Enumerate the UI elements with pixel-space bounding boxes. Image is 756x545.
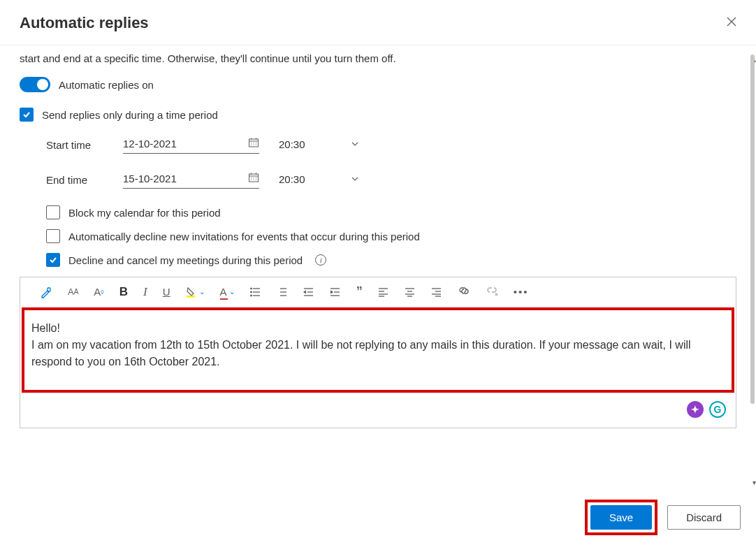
- block-calendar-checkbox[interactable]: [46, 205, 60, 219]
- message-body[interactable]: Hello! I am on my vacation from 12th to …: [22, 307, 734, 393]
- auto-decline-label: Automatically decline new invitations fo…: [68, 231, 420, 242]
- auto-replies-toggle[interactable]: [20, 77, 50, 92]
- start-time-value: 20:30: [279, 138, 305, 150]
- chevron-down-icon[interactable]: [351, 138, 359, 150]
- message-line-2: I am on my vacation from 12th to 15th Oc…: [31, 337, 725, 370]
- scrollbar[interactable]: [750, 54, 755, 404]
- info-icon[interactable]: i: [315, 254, 326, 266]
- grammarly-icon[interactable]: G: [709, 401, 726, 418]
- align-left-button[interactable]: [378, 287, 389, 297]
- bold-button[interactable]: B: [119, 285, 128, 299]
- calendar-icon[interactable]: [248, 137, 259, 150]
- link-button[interactable]: [458, 287, 470, 297]
- end-time-input[interactable]: 20:30: [279, 172, 359, 188]
- scroll-down-arrow[interactable]: ▾: [753, 479, 756, 486]
- auto-decline-checkbox[interactable]: [46, 229, 60, 243]
- save-button[interactable]: Save: [590, 505, 652, 530]
- start-date-input[interactable]: 12-10-2021: [123, 136, 259, 154]
- decline-cancel-label: Decline and cancel my meetings during th…: [68, 254, 303, 266]
- indent-button[interactable]: [330, 287, 341, 297]
- quote-button[interactable]: ”: [356, 284, 363, 299]
- chevron-down-icon[interactable]: [351, 173, 359, 185]
- start-time-label: Start time: [46, 139, 123, 151]
- block-calendar-label: Block my calendar for this period: [68, 207, 221, 219]
- editor-toolbar: AA A◊ B I U ⌄ A ⌄: [20, 277, 736, 307]
- end-time-value: 20:30: [279, 173, 305, 185]
- intro-text: start and end at a specific time. Otherw…: [20, 52, 736, 64]
- decline-cancel-checkbox[interactable]: [46, 253, 60, 267]
- align-center-button[interactable]: [405, 287, 416, 297]
- format-painter-icon[interactable]: [40, 286, 52, 298]
- align-right-button[interactable]: [431, 287, 442, 297]
- svg-rect-22: [48, 288, 50, 291]
- outdent-button[interactable]: [303, 287, 314, 297]
- number-list-button[interactable]: [277, 287, 288, 297]
- svg-point-29: [250, 295, 252, 296]
- underline-button[interactable]: U: [163, 286, 170, 298]
- start-date-value: 12-10-2021: [123, 138, 177, 150]
- end-date-input[interactable]: 15-10-2021: [123, 170, 259, 189]
- time-period-checkbox[interactable]: [20, 108, 34, 122]
- start-time-input[interactable]: 20:30: [279, 137, 359, 153]
- unlink-button[interactable]: [486, 287, 498, 297]
- font-icon[interactable]: AA: [68, 286, 78, 297]
- bullet-list-button[interactable]: [250, 287, 261, 297]
- highlight-button[interactable]: ⌄: [186, 286, 205, 298]
- font-color-button[interactable]: A ⌄: [220, 286, 235, 298]
- more-options-button[interactable]: •••: [514, 286, 529, 298]
- close-button[interactable]: [727, 17, 736, 29]
- svg-point-28: [250, 291, 252, 293]
- end-time-label: End time: [46, 174, 123, 186]
- calendar-icon[interactable]: [248, 172, 259, 185]
- message-line-1: Hello!: [31, 320, 725, 337]
- svg-rect-23: [187, 296, 195, 298]
- time-period-label: Send replies only during a time period: [42, 109, 218, 121]
- end-date-value: 15-10-2021: [123, 173, 177, 184]
- message-editor: AA A◊ B I U ⌄ A ⌄: [20, 277, 736, 428]
- svg-point-27: [250, 288, 252, 289]
- italic-button[interactable]: I: [143, 285, 147, 299]
- auto-replies-label: Automatic replies on: [59, 79, 154, 91]
- dialog-title: Automatic replies: [20, 14, 149, 32]
- ai-suggestions-icon[interactable]: ✦: [687, 401, 704, 418]
- discard-button[interactable]: Discard: [667, 505, 741, 530]
- save-highlight: Save: [585, 500, 657, 535]
- font-size-icon[interactable]: A◊: [94, 286, 103, 298]
